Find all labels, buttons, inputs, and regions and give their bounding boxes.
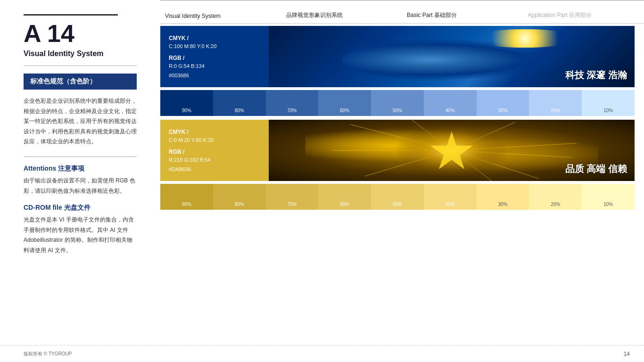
blue-grad-70: 70% [266,90,319,116]
blue-color-info: CMYK / C:100 M:80 Y:0 K:20 RGB / R:0 G:5… [160,26,269,87]
blue-gradient-bar: 90% 80% 70% 60% 50% 40% 30% 20% 10% [160,90,635,116]
blue-hex: #003686 [169,73,260,78]
left-panel: A 14 Visual Identity System 标准色规范（含色阶） 企… [0,0,153,362]
gold-grad-80: 80% [213,184,266,210]
divider-1 [24,66,137,66]
left-top-line [24,14,118,16]
nav-item-brand: 品牌视觉形象识别系统 [281,11,403,19]
blue-rgb-label: RGB / [169,55,260,61]
blue-grad-60: 60% [318,90,371,116]
gold-cmyk-label: CMYK / [169,129,260,135]
gold-grad-40: 40% [424,184,477,210]
main-content: CMYK / C:100 M:80 Y:0 K:20 RGB / R:0 G:5… [160,26,635,343]
blue-grad-80: 80% [213,90,266,116]
nav-item-basic: Basic Part 基础部分 [402,11,523,19]
top-navigation: Visual Identity System 品牌视觉形象识别系统 Basic … [160,0,644,24]
nav-item-vis: Visual Identity System [160,13,281,19]
gold-grad-60: 60% [318,184,371,210]
gold-image-panel: 品质 高端 信赖 [269,120,635,181]
gold-color-info: CMYK / C:0 M:20 Y:80 K:20 RGB / R:218 G:… [160,120,269,181]
cdrom-text: 光盘文件是本 VI 手册电子文件的集合，内含手册制作时的专用软件格式。其中 AI… [24,215,137,255]
gold-grad-30: 30% [477,184,529,210]
cdrom-title: CD-ROM file 光盘文件 [24,204,139,212]
divider-2 [24,156,137,157]
gold-hex: #DAB636 [169,166,260,172]
blue-grad-20: 20% [529,90,582,116]
blue-rgb-value: R:0 G:54 B:134 [169,62,260,71]
footer-copyright: 版权所有 © TYGROUP [0,351,72,357]
blue-image-panel: 科技 深邃 浩瀚 [269,26,635,87]
gold-rgb-value: R:218 G:182 B:54 [169,156,260,165]
page-title: A 14 [24,21,139,46]
gold-rgb-label: RGB / [169,148,260,155]
footer: 版权所有 © TYGROUP 14 [0,345,644,362]
attention-text: 由于输出设备的设置不同，如需使用 RGB 色彩，请以印刷色值为标准选择相近色彩。 [24,176,137,196]
gold-gradient-bar: 90% 80% 70% 60% 50% 40% 30% 20% 10% [160,184,635,210]
gold-grad-50: 50% [371,184,424,210]
blue-color-section: CMYK / C:100 M:80 Y:0 K:20 RGB / R:0 G:5… [160,26,635,87]
gold-grad-90: 90% [160,184,213,210]
blue-overlay-text: 科技 深邃 浩瀚 [565,69,627,82]
blue-cmyk-value: C:100 M:80 Y:0 K:20 [169,42,260,51]
blue-grad-40: 40% [424,90,477,116]
description-text: 企业色彩是企业识别系统中的重要组成部分，根据企业的特点，企业精神及企业文化，指定… [24,96,137,147]
gold-grad-20: 20% [529,184,582,210]
blue-grad-50: 50% [371,90,424,116]
gold-cmyk-value: C:0 M:20 Y:80 K:20 [169,136,260,145]
page-subtitle: Visual Identity System [24,49,139,58]
blue-grad-90: 90% [160,90,213,116]
nav-item-app: Application Part 应用部分 [523,11,644,19]
gold-overlay-text: 品质 高端 信赖 [565,163,627,175]
attention-title: Attentions 注意事项 [24,165,139,173]
blue-grad-10: 10% [582,90,635,116]
footer-page-number: 14 [624,351,630,357]
gold-grad-10: 10% [582,184,635,210]
gold-color-section: CMYK / C:0 M:20 Y:80 K:20 RGB / R:218 G:… [160,120,635,181]
section-badge: 标准色规范（含色阶） [24,74,137,90]
gold-grad-70: 70% [266,184,319,210]
blue-cmyk-label: CMYK / [169,35,260,41]
blue-grad-30: 30% [477,90,529,116]
